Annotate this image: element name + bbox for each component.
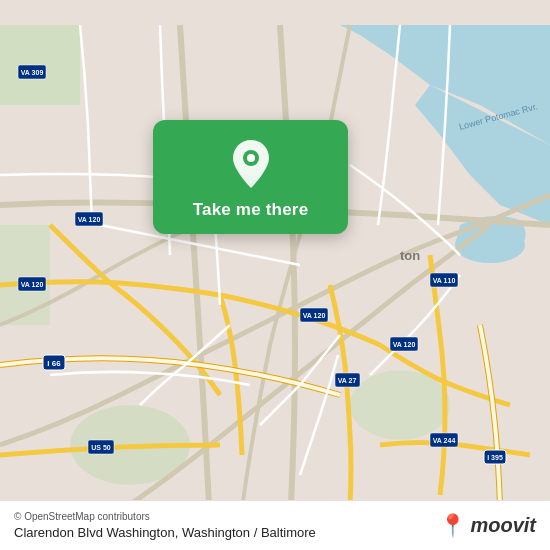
highway-label-va309: VA 309 bbox=[21, 69, 44, 76]
highway-label-va120-4: VA 120 bbox=[393, 341, 416, 348]
bottom-info: © OpenStreetMap contributors Clarendon B… bbox=[14, 511, 316, 540]
moovit-logo: 📍 moovit bbox=[439, 514, 536, 537]
svg-point-21 bbox=[247, 154, 255, 162]
action-card[interactable]: Take me there bbox=[153, 120, 348, 234]
moovit-logo-pin: 📍 bbox=[439, 515, 466, 537]
pin-icon bbox=[229, 138, 273, 190]
location-title: Clarendon Blvd Washington, Washington / … bbox=[14, 525, 316, 540]
highway-label-us50: US 50 bbox=[91, 444, 111, 451]
svg-rect-7 bbox=[0, 225, 50, 325]
highway-label-i395: I 395 bbox=[487, 454, 503, 461]
svg-point-6 bbox=[350, 370, 450, 440]
bottom-bar: © OpenStreetMap contributors Clarendon B… bbox=[0, 500, 550, 550]
highway-label-va120-2: VA 120 bbox=[78, 216, 101, 223]
city-label-arlington: ton bbox=[400, 248, 420, 263]
map-container: I 66 VA 120 VA 120 VA 120 VA 120 VA 309 … bbox=[0, 0, 550, 550]
highway-label-i66: I 66 bbox=[47, 359, 61, 368]
copyright-text: © OpenStreetMap contributors bbox=[14, 511, 316, 522]
moovit-text: moovit bbox=[470, 514, 536, 537]
take-me-there-button[interactable]: Take me there bbox=[193, 200, 309, 220]
highway-label-va120-1: VA 120 bbox=[21, 281, 44, 288]
highway-label-va27: VA 27 bbox=[338, 377, 357, 384]
pin-icon-wrap bbox=[225, 138, 277, 190]
map-background: I 66 VA 120 VA 120 VA 120 VA 120 VA 309 … bbox=[0, 0, 550, 550]
highway-label-va120-3: VA 120 bbox=[303, 312, 326, 319]
highway-label-va110: VA 110 bbox=[433, 277, 456, 284]
highway-label-va244: VA 244 bbox=[433, 437, 456, 444]
